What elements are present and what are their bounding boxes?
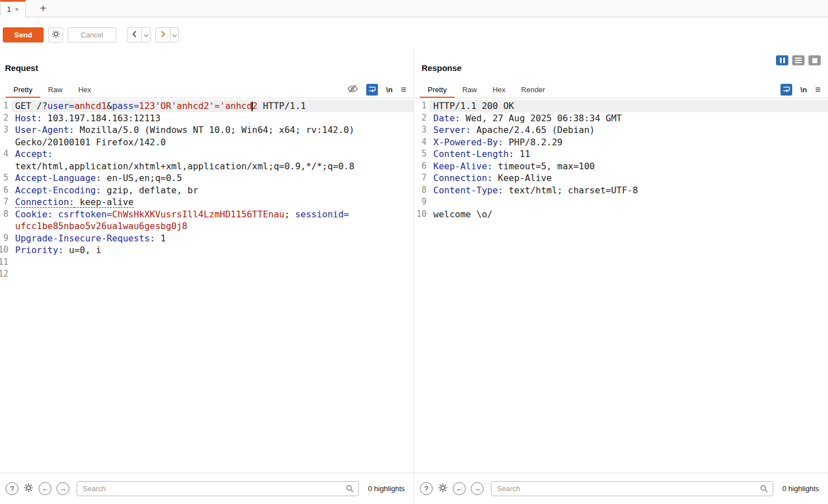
code-token: gzip, deflate, br: [101, 185, 198, 196]
code-line[interactable]: Gecko/20100101 Firefox/142.0: [0, 136, 414, 149]
response-tab-render[interactable]: Render: [513, 82, 553, 98]
response-editor[interactable]: 1HTTP/1.1 200 OK2Date: Wed, 27 Aug 2025 …: [414, 98, 828, 473]
code-line[interactable]: 8Content-Type: text/html; charset=UTF-8: [414, 184, 828, 197]
code-line[interactable]: 8Cookie: csrftoken=ChWsHkXKVusrsIll4LzmH…: [0, 208, 414, 221]
layout-rows-button[interactable]: [792, 55, 805, 65]
request-panel-title: Request: [0, 50, 414, 82]
request-find-prev-button[interactable]: ←: [39, 482, 51, 495]
code-token: 11: [514, 149, 531, 159]
request-tab-raw[interactable]: Raw: [40, 82, 70, 98]
line-number-gutter: 6: [0, 184, 11, 197]
send-settings-button[interactable]: [48, 27, 63, 42]
response-panel: Response Pretty Raw Hex Render \n ≡: [414, 50, 828, 504]
request-editor[interactable]: 1GET /?user=anhcd1&pass=123'OR'anhcd2'='…: [0, 98, 414, 473]
code-line[interactable]: 6Keep-Alive: timeout=5, max=100: [414, 160, 828, 173]
code-line[interactable]: 9: [414, 196, 828, 208]
code-line[interactable]: 1HTTP/1.1 200 OK: [414, 100, 828, 112]
code-line[interactable]: 9Upgrade-Insecure-Requests: 1: [0, 232, 414, 245]
code-token: Cookie:: [15, 209, 53, 220]
response-editor-menu-button[interactable]: ≡: [815, 84, 821, 96]
send-button[interactable]: Send: [3, 27, 44, 42]
repeater-tab-1[interactable]: 1 ×: [0, 0, 26, 17]
code-line[interactable]: 5Accept-Language: en-US,en;q=0.5: [0, 172, 414, 184]
request-editor-menu-button[interactable]: ≡: [401, 84, 406, 96]
code-line[interactable]: 10Priority: u=0, i: [0, 244, 414, 256]
code-token: ufcc1be85nbao5v26ua1wau6gesbg0j8: [15, 221, 187, 231]
wrap-lines-button[interactable]: [780, 84, 792, 96]
code-token: Date:: [433, 113, 460, 123]
history-back-dropdown[interactable]: [142, 27, 150, 42]
code-line[interactable]: 11: [0, 256, 414, 269]
history-back-button[interactable]: [127, 27, 142, 42]
response-search-input[interactable]: [491, 481, 773, 496]
code-line[interactable]: 7Connection: keep-alive: [0, 196, 414, 208]
eye-off-icon: [347, 84, 358, 95]
tab-close-icon[interactable]: ×: [15, 6, 19, 13]
request-search: [77, 481, 359, 496]
request-search-input[interactable]: [77, 481, 359, 496]
response-editor-controls: \n ≡: [780, 82, 828, 98]
arrow-left-icon: ←: [41, 484, 49, 493]
response-search-settings-button[interactable]: [438, 483, 448, 495]
line-number-gutter: [0, 160, 11, 173]
code-line[interactable]: 2Date: Wed, 27 Aug 2025 06:38:34 GMT: [414, 112, 828, 125]
gear-icon: [51, 30, 60, 40]
code-token: text/html,application/xhtml+xml,applicat…: [15, 161, 354, 172]
code-line[interactable]: text/html,application/xhtml+xml,applicat…: [0, 160, 414, 173]
new-tab-button[interactable]: +: [35, 0, 51, 17]
code-line[interactable]: 6Accept-Encoding: gzip, deflate, br: [0, 184, 414, 197]
single-pane-icon: [812, 58, 817, 63]
line-number-gutter: 3: [414, 124, 429, 136]
code-line[interactable]: 3Server: Apache/2.4.65 (Debian): [414, 124, 828, 136]
show-newlines-button[interactable]: \n: [801, 85, 807, 94]
code-line[interactable]: 4Accept:: [0, 148, 414, 160]
repeater-tab-label: 1: [7, 5, 11, 13]
code-token: Wed, 27 Aug 2025 06:38:34 GMT: [460, 113, 622, 123]
response-find-prev-button[interactable]: ←: [453, 482, 466, 495]
line-number-gutter: 9: [414, 196, 429, 208]
code-line[interactable]: 7Connection: Keep-Alive: [414, 172, 828, 184]
response-tab-hex[interactable]: Hex: [485, 82, 513, 98]
code-token: Upgrade-Insecure-Requests:: [15, 233, 155, 244]
request-tab-hex[interactable]: Hex: [70, 82, 99, 98]
code-token: X-Powered-By:: [433, 137, 503, 148]
code-line[interactable]: 5Content-Length: 11: [414, 148, 828, 160]
response-find-next-button[interactable]: →: [471, 482, 484, 495]
code-token: User-Agent:: [15, 125, 74, 135]
line-number-gutter: 3: [0, 124, 11, 136]
code-token: 103.197.184.163:12113: [42, 113, 160, 123]
response-help-button[interactable]: ?: [420, 482, 433, 495]
code-line[interactable]: 10welcome \o/: [414, 208, 828, 221]
columns-layout-icon: [780, 58, 785, 63]
request-find-next-button[interactable]: →: [56, 482, 69, 495]
response-tab-pretty[interactable]: Pretty: [420, 82, 455, 98]
request-search-settings-button[interactable]: [23, 483, 34, 495]
response-find-bar: ? ← → 0 highlights: [414, 473, 828, 504]
history-back-group: [127, 27, 150, 42]
arrow-left-icon: ←: [456, 484, 463, 493]
layout-columns-button[interactable]: [776, 55, 788, 65]
cancel-button[interactable]: Cancel: [68, 27, 116, 42]
history-forward-group: [155, 27, 179, 42]
code-line[interactable]: 12: [0, 268, 414, 280]
response-tab-raw[interactable]: Raw: [455, 82, 485, 98]
wrap-lines-button[interactable]: [366, 84, 378, 96]
code-token: Content-Length:: [433, 149, 514, 159]
layout-single-button[interactable]: [808, 55, 821, 65]
line-number-gutter: 7: [414, 172, 429, 184]
code-line[interactable]: ufcc1be85nbao5v26ua1wau6gesbg0j8: [0, 220, 414, 232]
code-line[interactable]: 2Host: 103.197.184.163:12113: [0, 112, 414, 125]
code-line[interactable]: 4X-Powered-By: PHP/8.2.29: [414, 136, 828, 149]
code-token: Priority:: [15, 245, 64, 255]
history-forward-button[interactable]: [155, 27, 171, 42]
request-tab-pretty[interactable]: Pretty: [6, 82, 40, 98]
response-highlights-count: 0 highlights: [782, 484, 822, 493]
hide-nonprinting-button[interactable]: [347, 84, 358, 95]
response-search: [491, 481, 773, 496]
code-line[interactable]: 1GET /?user=anhcd1&pass=123'OR'anhcd2'='…: [0, 100, 414, 112]
code-line[interactable]: 3User-Agent: Mozilla/5.0 (Windows NT 10.…: [0, 124, 414, 136]
request-help-button[interactable]: ?: [6, 482, 18, 495]
code-token: text/html; charset=UTF-8: [503, 185, 638, 196]
show-newlines-button[interactable]: \n: [386, 85, 393, 94]
history-forward-dropdown[interactable]: [171, 27, 179, 42]
